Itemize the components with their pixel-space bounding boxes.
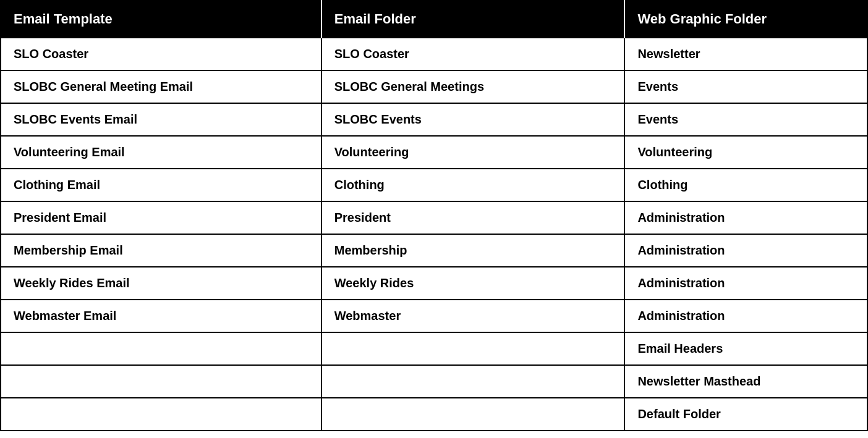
cell-email-folder: Weekly Rides bbox=[321, 267, 625, 300]
cell-email-template: Volunteering Email bbox=[1, 136, 321, 169]
header-email-template: Email Template bbox=[1, 1, 321, 38]
table-row: Volunteering EmailVolunteeringVolunteeri… bbox=[1, 136, 867, 169]
cell-email-folder: SLOBC General Meetings bbox=[321, 70, 625, 103]
cell-email-template: Clothing Email bbox=[1, 169, 321, 201]
cell-email-template: President Email bbox=[1, 201, 321, 234]
cell-web-graphic-folder: Administration bbox=[624, 300, 867, 332]
cell-web-graphic-folder: Administration bbox=[624, 234, 867, 267]
table-row: SLO CoasterSLO CoasterNewsletter bbox=[1, 38, 867, 70]
email-template-table: Email Template Email Folder Web Graphic … bbox=[0, 0, 868, 431]
table-row: Webmaster EmailWebmasterAdministration bbox=[1, 300, 867, 332]
table-row: Clothing EmailClothingClothing bbox=[1, 169, 867, 201]
cell-email-template: SLOBC Events Email bbox=[1, 103, 321, 136]
cell-email-folder: SLOBC Events bbox=[321, 103, 625, 136]
cell-email-folder: Volunteering bbox=[321, 136, 625, 169]
cell-email-folder bbox=[321, 398, 625, 431]
cell-web-graphic-folder: Events bbox=[624, 70, 867, 103]
cell-email-template bbox=[1, 365, 321, 398]
cell-web-graphic-folder: Newsletter Masthead bbox=[624, 365, 867, 398]
table-row: Membership EmailMembershipAdministration bbox=[1, 234, 867, 267]
table-row: Weekly Rides EmailWeekly RidesAdministra… bbox=[1, 267, 867, 300]
header-email-folder: Email Folder bbox=[321, 1, 625, 38]
main-container: Email Template Email Folder Web Graphic … bbox=[0, 0, 868, 438]
table-row: SLOBC Events EmailSLOBC EventsEvents bbox=[1, 103, 867, 136]
header-web-graphic-folder: Web Graphic Folder bbox=[624, 1, 867, 38]
cell-email-template bbox=[1, 332, 321, 365]
cell-email-template: Webmaster Email bbox=[1, 300, 321, 332]
cell-email-folder bbox=[321, 365, 625, 398]
cell-web-graphic-folder: Default Folder bbox=[624, 398, 867, 431]
cell-web-graphic-folder: Newsletter bbox=[624, 38, 867, 70]
cell-email-folder: President bbox=[321, 201, 625, 234]
table-row: SLOBC General Meeting EmailSLOBC General… bbox=[1, 70, 867, 103]
cell-email-template: Membership Email bbox=[1, 234, 321, 267]
table-header-row: Email Template Email Folder Web Graphic … bbox=[1, 1, 867, 38]
cell-email-folder: Clothing bbox=[321, 169, 625, 201]
cell-web-graphic-folder: Administration bbox=[624, 201, 867, 234]
cell-email-template: SLOBC General Meeting Email bbox=[1, 70, 321, 103]
cell-web-graphic-folder: Events bbox=[624, 103, 867, 136]
cell-email-folder: Membership bbox=[321, 234, 625, 267]
cell-web-graphic-folder: Clothing bbox=[624, 169, 867, 201]
cell-web-graphic-folder: Volunteering bbox=[624, 136, 867, 169]
table-row: Default Folder bbox=[1, 398, 867, 431]
cell-email-template: Weekly Rides Email bbox=[1, 267, 321, 300]
table-row: Email Headers bbox=[1, 332, 867, 365]
cell-email-folder: SLO Coaster bbox=[321, 38, 625, 70]
cell-email-folder: Webmaster bbox=[321, 300, 625, 332]
table-row: Newsletter Masthead bbox=[1, 365, 867, 398]
cell-email-template: SLO Coaster bbox=[1, 38, 321, 70]
cell-email-folder bbox=[321, 332, 625, 365]
cell-web-graphic-folder: Administration bbox=[624, 267, 867, 300]
cell-email-template bbox=[1, 398, 321, 431]
table-row: President EmailPresidentAdministration bbox=[1, 201, 867, 234]
cell-web-graphic-folder: Email Headers bbox=[624, 332, 867, 365]
